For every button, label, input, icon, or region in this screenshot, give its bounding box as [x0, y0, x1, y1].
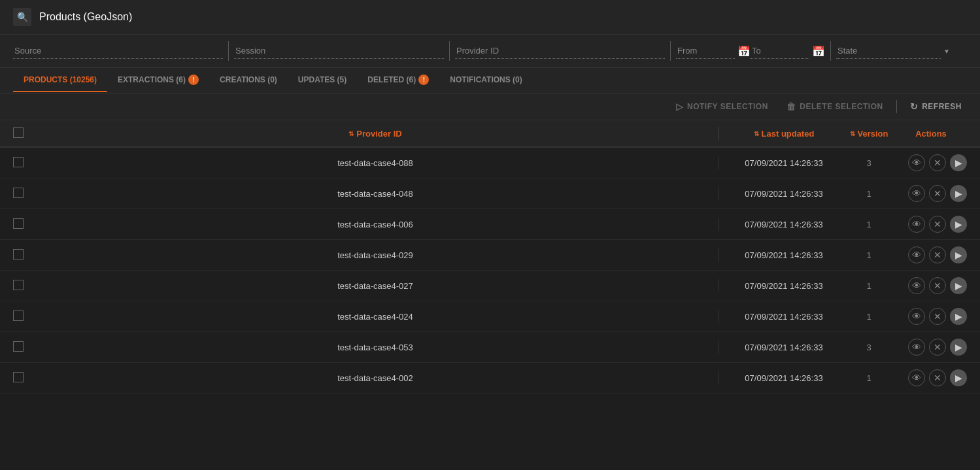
row-provider-id: test-data-case4-029 — [39, 250, 711, 260]
header-provider-id[interactable]: ⇅ Provider ID — [39, 129, 711, 139]
row-last-updated: 07/09/2021 14:26:33 — [725, 158, 843, 168]
row-provider-id: test-data-case4-048 — [39, 189, 711, 199]
row-check-cell — [13, 157, 39, 169]
notify-button-5[interactable]: ▶ — [950, 308, 967, 325]
actions-header-label: Actions — [915, 129, 947, 139]
header-actions: Actions — [895, 129, 967, 139]
state-select[interactable]: State Active Inactive — [836, 43, 941, 59]
tab-updates-label: UPDATES (5) — [298, 75, 346, 84]
row-check-cell — [13, 372, 39, 384]
delete-button-1[interactable]: ✕ — [929, 185, 946, 202]
row-provider-id: test-data-case4-006 — [39, 220, 711, 229]
row-checkbox-2[interactable] — [13, 218, 24, 229]
notify-button-0[interactable]: ▶ — [950, 154, 967, 171]
notify-button-1[interactable]: ▶ — [950, 185, 967, 202]
row-separator — [718, 156, 718, 169]
row-version: 1 — [843, 220, 895, 229]
from-calendar-icon[interactable]: 📅 — [737, 45, 751, 58]
source-input[interactable] — [13, 43, 223, 59]
row-provider-id: test-data-case4-053 — [39, 343, 711, 352]
row-checkbox-7[interactable] — [13, 372, 24, 382]
tab-updates[interactable]: UPDATES (5) — [288, 69, 357, 92]
notify-icon: ▷ — [676, 101, 684, 112]
session-input[interactable] — [234, 43, 444, 59]
notify-button-7[interactable]: ▶ — [950, 369, 967, 386]
table-header-row: ⇅ Provider ID ⇅ Last updated ⇅ Version A… — [0, 120, 980, 148]
to-calendar-icon[interactable]: 📅 — [812, 45, 825, 58]
view-button-6[interactable]: 👁 — [908, 339, 925, 356]
view-button-2[interactable]: 👁 — [908, 216, 925, 233]
delete-button-5[interactable]: ✕ — [929, 308, 946, 325]
delete-button-2[interactable]: ✕ — [929, 216, 946, 233]
delete-button-0[interactable]: ✕ — [929, 154, 946, 171]
refresh-icon: ↻ — [910, 101, 919, 112]
notify-button-2[interactable]: ▶ — [950, 216, 967, 233]
provider-id-input[interactable] — [455, 43, 665, 59]
tab-extractions[interactable]: EXTRACTIONS (6) ! — [107, 68, 209, 93]
row-checkbox-5[interactable] — [13, 311, 24, 321]
view-button-0[interactable]: 👁 — [908, 154, 925, 171]
notify-selection-button[interactable]: ▷ NOTIFY SELECTION — [671, 99, 773, 114]
from-input[interactable] — [676, 43, 735, 59]
tab-deleted[interactable]: DELETED (6) ! — [357, 68, 439, 93]
row-checkbox-6[interactable] — [13, 341, 24, 352]
notify-button-4[interactable]: ▶ — [950, 277, 967, 294]
delete-label: DELETE SELECTION — [800, 102, 883, 111]
table-row: test-data-case4-024 07/09/2021 14:26:33 … — [0, 301, 980, 332]
delete-selection-button[interactable]: 🗑 DELETE SELECTION — [781, 99, 888, 114]
delete-button-7[interactable]: ✕ — [929, 369, 946, 386]
tabs-bar: PRODUCTS (10256) EXTRACTIONS (6) ! CREAT… — [0, 68, 980, 93]
filter-bar: 📅 📅 State Active Inactive ▼ — [0, 35, 980, 68]
row-actions: 👁 ✕ ▶ — [895, 339, 967, 356]
view-button-4[interactable]: 👁 — [908, 277, 925, 294]
session-filter — [234, 43, 444, 59]
view-button-1[interactable]: 👁 — [908, 185, 925, 202]
row-checkbox-3[interactable] — [13, 249, 24, 260]
row-checkbox-4[interactable] — [13, 280, 24, 290]
row-check-cell — [13, 188, 39, 200]
row-check-cell — [13, 311, 39, 323]
row-provider-id: test-data-case4-024 — [39, 312, 711, 322]
row-check-cell — [13, 249, 39, 261]
delete-button-6[interactable]: ✕ — [929, 339, 946, 356]
to-input[interactable] — [751, 43, 809, 59]
view-button-5[interactable]: 👁 — [908, 308, 925, 325]
header-last-updated[interactable]: ⇅ Last updated — [725, 129, 843, 139]
sort-icon-version: ⇅ — [850, 130, 855, 137]
state-dropdown-arrow: ▼ — [943, 48, 950, 55]
notify-button-3[interactable]: ▶ — [950, 246, 967, 263]
view-button-7[interactable]: 👁 — [908, 369, 925, 386]
row-check-cell — [13, 280, 39, 292]
app-title: Products (GeoJson) — [39, 11, 132, 23]
row-separator — [718, 371, 718, 384]
row-last-updated: 07/09/2021 14:26:33 — [725, 343, 843, 352]
select-all-checkbox[interactable] — [13, 127, 24, 138]
tab-deleted-label: DELETED (6) — [367, 75, 416, 84]
filter-divider-2 — [449, 41, 450, 61]
tab-creations[interactable]: CREATIONS (0) — [209, 69, 288, 92]
row-check-cell — [13, 218, 39, 231]
last-updated-header-label: Last updated — [762, 129, 815, 139]
tab-creations-label: CREATIONS (0) — [220, 75, 277, 84]
delete-button-4[interactable]: ✕ — [929, 277, 946, 294]
row-check-cell — [13, 341, 39, 354]
extractions-badge: ! — [188, 75, 199, 85]
row-checkbox-1[interactable] — [13, 188, 24, 198]
refresh-label: REFRESH — [922, 102, 962, 111]
delete-icon: 🗑 — [786, 101, 796, 112]
row-version: 1 — [843, 373, 895, 383]
row-actions: 👁 ✕ ▶ — [895, 308, 967, 325]
row-provider-id: test-data-case4-088 — [39, 158, 711, 168]
row-last-updated: 07/09/2021 14:26:33 — [725, 250, 843, 260]
notify-label: NOTIFY SELECTION — [687, 102, 768, 111]
refresh-button[interactable]: ↻ REFRESH — [905, 99, 967, 114]
row-version: 1 — [843, 281, 895, 291]
tab-notifications[interactable]: NOTIFICATIONS (0) — [439, 69, 532, 92]
tab-products[interactable]: PRODUCTS (10256) — [13, 69, 107, 92]
notify-button-6[interactable]: ▶ — [950, 339, 967, 356]
products-table: ⇅ Provider ID ⇅ Last updated ⇅ Version A… — [0, 120, 980, 394]
header-version[interactable]: ⇅ Version — [843, 129, 895, 139]
delete-button-3[interactable]: ✕ — [929, 246, 946, 263]
view-button-3[interactable]: 👁 — [908, 246, 925, 263]
row-checkbox-0[interactable] — [13, 157, 24, 167]
